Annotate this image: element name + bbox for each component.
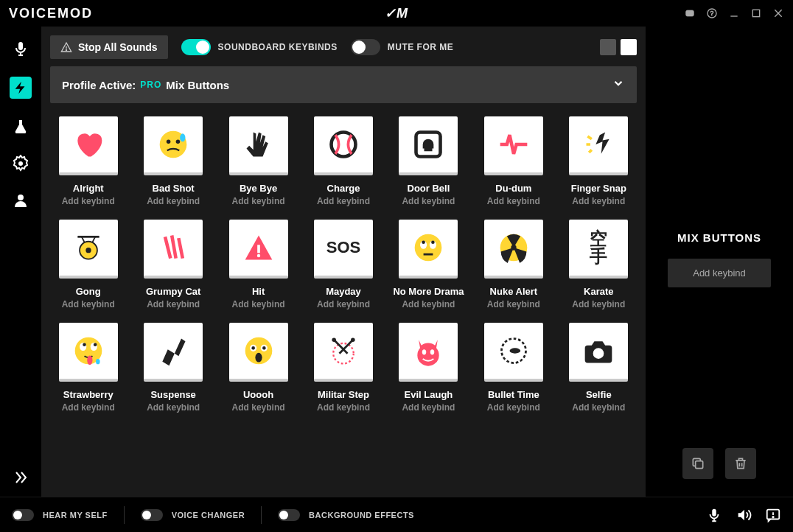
sound-keybind[interactable]: Add keybind [317, 196, 370, 206]
add-keybind-button[interactable]: Add keybind [668, 259, 771, 287]
sound-tile[interactable] [144, 323, 203, 382]
sound-tile[interactable] [569, 116, 628, 175]
sound-no-more-drama[interactable]: No More Drama Add keybind [391, 220, 467, 309]
sound-alright[interactable]: Alright Add keybind [50, 116, 126, 206]
view-compact-button[interactable] [600, 39, 616, 55]
sound-tile[interactable] [399, 323, 458, 382]
sound-keybind[interactable]: Add keybind [232, 299, 285, 309]
sound-keybind[interactable]: Add keybind [572, 196, 625, 206]
sound-keybind[interactable]: Add keybind [402, 299, 455, 309]
sound-keybind[interactable]: Add keybind [317, 402, 370, 413]
sound-tile[interactable] [229, 323, 288, 382]
sound-keybind[interactable]: Add keybind [317, 299, 370, 309]
bg-effects-toggle[interactable] [278, 509, 300, 521]
sound-keybind[interactable]: Add keybind [402, 402, 455, 413]
sound-bye-bye[interactable]: Bye Bye Add keybind [220, 116, 296, 206]
mute-for-me-label: MUTE FOR ME [388, 42, 454, 52]
sound-tile[interactable] [229, 220, 288, 279]
sound-tile[interactable] [144, 116, 203, 175]
svg-point-47 [333, 343, 354, 364]
sound-tile[interactable] [144, 220, 203, 279]
sound-bullet-time[interactable]: Bullet Time Add keybind [475, 323, 551, 413]
sound-name: Strawberry [63, 389, 113, 400]
soundboard-keybinds-toggle[interactable] [181, 39, 211, 55]
sound-keybind[interactable]: Add keybind [62, 196, 115, 206]
sound-keybind[interactable]: Add keybind [572, 299, 625, 309]
sound-militar-step[interactable]: Militar Step Add keybind [305, 323, 381, 413]
sound-tile[interactable] [399, 220, 458, 279]
maximize-icon[interactable] [750, 7, 762, 19]
sound-tile[interactable] [314, 116, 373, 175]
mic-nav-icon[interactable] [12, 40, 29, 57]
soundboard-nav-icon[interactable] [10, 77, 32, 99]
voice-changer-toggle[interactable] [141, 509, 163, 521]
sound-bad-shot[interactable]: Bad Shot Add keybind [135, 116, 211, 206]
sound-keybind[interactable]: Add keybind [62, 402, 115, 413]
sound-charge[interactable]: Charge Add keybind [305, 116, 381, 206]
sound-tile[interactable]: 空手 [569, 220, 628, 279]
sound-keybind[interactable]: Add keybind [232, 196, 285, 206]
duplicate-button[interactable] [682, 448, 713, 479]
volume-icon[interactable] [736, 507, 752, 523]
sound-uoooh[interactable]: Uoooh Add keybind [220, 323, 296, 413]
sound-strawberry[interactable]: Strawberry Add keybind [50, 323, 126, 413]
sound-tile[interactable] [569, 323, 628, 382]
sound-keybind[interactable]: Add keybind [147, 299, 200, 309]
sound-mayday[interactable]: SOS Mayday Add keybind [305, 220, 381, 309]
sound-keybind[interactable]: Add keybind [232, 402, 285, 413]
lab-nav-icon[interactable] [12, 118, 29, 136]
sound-tile[interactable] [59, 323, 118, 382]
svg-point-15 [180, 133, 185, 141]
svg-rect-0 [686, 10, 694, 16]
sound-du-dum[interactable]: Du-dum Add keybind [475, 116, 551, 206]
divider [261, 506, 262, 524]
sound-tile[interactable] [484, 220, 543, 279]
sound-keybind[interactable]: Add keybind [147, 402, 200, 413]
sound-gong[interactable]: Gong Add keybind [50, 220, 126, 309]
sound-nuke-alert[interactable]: Nuke Alert Add keybind [475, 220, 551, 309]
sound-evil-laugh[interactable]: Evil Laugh Add keybind [391, 323, 467, 413]
sound-tile[interactable]: SOS [314, 220, 373, 279]
sound-tile[interactable] [314, 323, 373, 382]
mic-status-icon[interactable] [706, 507, 722, 523]
bg-effects-label: BACKGROUND EFFECTS [309, 511, 414, 519]
profile-dropdown[interactable]: Profile Active: PRO Mix Buttons [50, 66, 637, 103]
chevron-down-icon [612, 77, 625, 93]
sound-keybind[interactable]: Add keybind [402, 196, 455, 206]
sound-keybind[interactable]: Add keybind [487, 402, 540, 413]
sound-hit[interactable]: Hit Add keybind [220, 220, 296, 309]
svg-point-11 [66, 49, 66, 50]
sound-tile[interactable] [399, 116, 458, 175]
sound-grumpy-cat[interactable]: Grumpy Cat Add keybind [135, 220, 211, 309]
sound-keybind[interactable]: Add keybind [62, 299, 115, 309]
sound-selfie[interactable]: Selfie Add keybind [561, 323, 637, 413]
settings-nav-icon[interactable] [12, 155, 29, 172]
view-grid-button[interactable] [621, 39, 637, 55]
sound-keybind[interactable]: Add keybind [147, 196, 200, 206]
hear-myself-toggle[interactable] [12, 509, 34, 521]
sound-tile[interactable] [229, 116, 288, 175]
delete-button[interactable] [725, 448, 756, 479]
discord-icon[interactable] [684, 7, 696, 19]
sound-tile[interactable] [59, 116, 118, 175]
sound-tile[interactable] [484, 323, 543, 382]
right-panel: MIX BUTTONS Add keybind [646, 27, 793, 497]
collapse-icon[interactable] [12, 469, 29, 486]
comment-icon[interactable] [765, 507, 781, 523]
mute-for-me-toggle[interactable] [351, 39, 380, 55]
sound-tile[interactable] [484, 116, 543, 175]
help-icon[interactable]: ? [706, 7, 718, 19]
sound-keybind[interactable]: Add keybind [487, 196, 540, 206]
close-icon[interactable] [772, 7, 784, 19]
sound-finger-snap[interactable]: Finger Snap Add keybind [561, 116, 637, 206]
sound-suspense[interactable]: Suspense Add keybind [135, 323, 211, 413]
sound-keybind[interactable]: Add keybind [572, 402, 625, 413]
account-nav-icon[interactable] [12, 192, 29, 209]
stop-all-button[interactable]: Stop All Sounds [50, 35, 168, 59]
svg-point-40 [96, 359, 100, 364]
sound-karate[interactable]: 空手 Karate Add keybind [561, 220, 637, 309]
sound-tile[interactable] [59, 220, 118, 279]
minimize-icon[interactable] [728, 7, 740, 19]
sound-door-bell[interactable]: Door Bell Add keybind [391, 116, 467, 206]
sound-keybind[interactable]: Add keybind [487, 299, 540, 309]
